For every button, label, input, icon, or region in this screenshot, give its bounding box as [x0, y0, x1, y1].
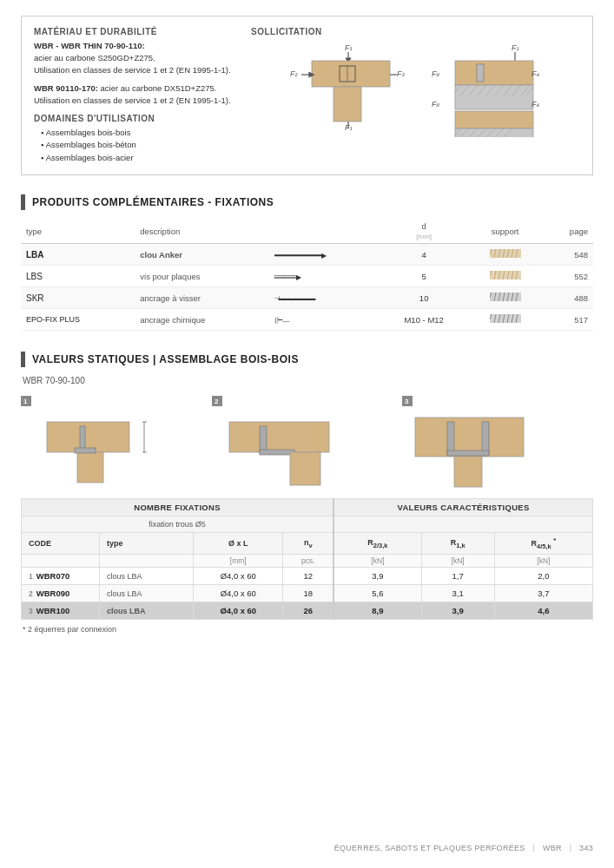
- row-type: LBS: [21, 266, 135, 287]
- valeurs-section: VALEURS STATIQUES | ASSEMBLAGE BOIS-BOIS…: [21, 352, 593, 634]
- svg-text:F₄: F₄: [531, 69, 540, 78]
- unit-r1k: [kN]: [421, 555, 494, 568]
- row-support: [468, 287, 542, 309]
- row-num: 1: [29, 572, 33, 581]
- table-row: LBS vis pour plaques ≡≡≡≡≡≡≡▶ 5: [21, 266, 593, 287]
- row-r1k: 1,7: [421, 568, 494, 585]
- row-type: clous LBA: [100, 585, 194, 602]
- footer-text: ÉQUERRES, SABOTS ET PLAQUES PERFORÉES: [334, 844, 525, 852]
- valeurs-table: NOMBRE FIXATIONS VALEURS CARACTÉRISTIQUE…: [21, 498, 593, 620]
- diagrams-row: F₁ F₂ F₃ F₁: [286, 42, 546, 137]
- material1: WBR - WBR THIN 70-90-110: acier au carbo…: [34, 40, 234, 76]
- th-support: support: [468, 219, 542, 244]
- th-description: description: [135, 219, 268, 244]
- info-left: MATÉRIAU ET DURABILITÉ WBR - WBR THIN 70…: [34, 27, 234, 164]
- svg-text:3: 3: [405, 398, 409, 405]
- svg-text:F₁: F₁: [345, 43, 353, 52]
- row-d: 10: [380, 287, 468, 309]
- row-r45k: 3,7: [494, 585, 592, 602]
- col-diameter: Ø x L: [194, 533, 283, 555]
- diagram-col-2: 2: [212, 396, 403, 491]
- unit-diameter: [mm]: [194, 555, 283, 568]
- footer-brand: WBR: [543, 844, 562, 852]
- row-desc: ancrage chimique: [135, 309, 268, 331]
- diagram-svg-3: 3: [402, 396, 593, 491]
- row-r45k: 4,6: [494, 602, 592, 620]
- row-diameter: Ø4,0 x 60: [194, 585, 283, 602]
- table-header-row: type description d[mm] support page: [21, 219, 593, 244]
- diagram-col-1: 1: [21, 396, 212, 491]
- subgroup-empty: [333, 516, 592, 533]
- svg-text:F₃: F₃: [397, 69, 406, 78]
- material1-text: acier au carbone S250GD+Z275.Utilisation…: [34, 53, 231, 75]
- info-right: SOLLICITATION F₁ F₂ F₃: [251, 27, 580, 164]
- row-type: SKR: [21, 287, 135, 309]
- table-row: SKR ancrage à visser ⊣▬▬▬▬▬▬▬ 10: [21, 287, 593, 309]
- row-arrow: ≡≡≡≡≡≡≡▶: [269, 266, 380, 287]
- row-num: 3: [29, 607, 33, 615]
- table-group-header-row: NOMBRE FIXATIONS VALEURS CARACTÉRISTIQUE…: [22, 499, 593, 516]
- row-r1k: 3,1: [421, 585, 494, 602]
- row-nv: 12: [283, 568, 333, 585]
- row-support: [468, 244, 542, 266]
- row-arrow: ⊣▬▬▬▬▬▬▬: [269, 287, 380, 309]
- material-title: MATÉRIAU ET DURABILITÉ: [34, 27, 234, 36]
- svg-rect-89: [447, 422, 454, 455]
- row-type: clous LBA: [100, 568, 194, 585]
- svg-rect-9: [333, 87, 361, 122]
- row-d: 5: [380, 266, 468, 287]
- row-r23k: 3,9: [333, 568, 421, 585]
- wbr-diagram-3: 3: [402, 396, 537, 491]
- unit-type: [100, 555, 194, 568]
- svg-rect-74: [77, 452, 103, 483]
- row-page: 488: [542, 287, 593, 309]
- diagram-area-wrapper: 1 2: [21, 396, 593, 491]
- support-wood2-icon: [490, 269, 521, 281]
- produits-title: PRODUITS COMPLÉMENTAIRES - FIXATIONS: [32, 196, 274, 208]
- table-row-highlighted: 3WBR100 clous LBA Ø4,0 x 60 26 8,9 3,9 4…: [22, 602, 593, 620]
- row-code: 1WBR070: [22, 568, 100, 585]
- svg-rect-32: [455, 111, 533, 128]
- valeurs-table-body: 1WBR070 clous LBA Ø4,0 x 60 12 3,9 1,7 2…: [22, 568, 593, 620]
- row-page: 552: [542, 266, 593, 287]
- support-wood-icon: [490, 247, 521, 260]
- unit-r23k: [kN]: [333, 555, 421, 568]
- col-r1k: R1,k: [421, 533, 494, 555]
- produits-header: PRODUITS COMPLÉMENTAIRES - FIXATIONS: [21, 194, 593, 210]
- row-diameter: Ø4,0 x 60: [194, 568, 283, 585]
- domain-item: Assemblages bois-béton: [41, 139, 234, 152]
- row-support: [468, 266, 542, 287]
- group-header-fixations: NOMBRE FIXATIONS: [22, 499, 334, 516]
- svg-text:F₂: F₂: [290, 69, 299, 78]
- table-row: EPO-FIX PLUS ancrage chimique ⟨⊢— M10 - …: [21, 309, 593, 331]
- produits-table: type description d[mm] support page LBA …: [21, 219, 593, 331]
- screw-icon: ≡≡≡≡≡≡≡▶: [274, 273, 301, 281]
- row-num: 2: [29, 589, 33, 598]
- unit-nv: pcs.: [283, 555, 333, 568]
- col-nv: nv: [283, 533, 333, 555]
- svg-rect-84: [260, 450, 294, 455]
- row-r1k: 3,9: [421, 602, 494, 620]
- valeurs-header: VALEURS STATIQUES | ASSEMBLAGE BOIS-BOIS: [21, 352, 593, 367]
- footer-pipe: |: [532, 844, 535, 852]
- support-concrete2-icon: [490, 312, 521, 325]
- row-page: 548: [542, 244, 593, 266]
- row-arrow: [269, 244, 380, 266]
- table-col-header-row: CODE type Ø x L nv R2/3,k R1,k R4/5,k *: [22, 533, 593, 555]
- svg-text:2: 2: [215, 398, 219, 405]
- col-r45k: R4/5,k *: [494, 533, 592, 555]
- row-nv: 26: [283, 602, 333, 620]
- svg-rect-82: [229, 422, 329, 452]
- diagram-col-3: 3: [402, 396, 593, 491]
- domain-item: Assemblages bois-acier: [41, 152, 234, 165]
- th-d: d[mm]: [380, 219, 468, 244]
- info-box: MATÉRIAU ET DURABILITÉ WBR - WBR THIN 70…: [21, 16, 593, 175]
- th-page: page: [542, 219, 593, 244]
- produits-table-body: LBA clou Anker 4: [21, 244, 593, 331]
- diagram-svg-1: 1: [21, 396, 212, 491]
- svg-rect-76: [75, 448, 96, 453]
- bolt-icon: ⊣▬▬▬▬▬▬▬: [274, 295, 315, 302]
- svg-rect-18: [455, 85, 533, 109]
- row-support: [468, 309, 542, 331]
- row-desc: clou Anker: [135, 244, 268, 266]
